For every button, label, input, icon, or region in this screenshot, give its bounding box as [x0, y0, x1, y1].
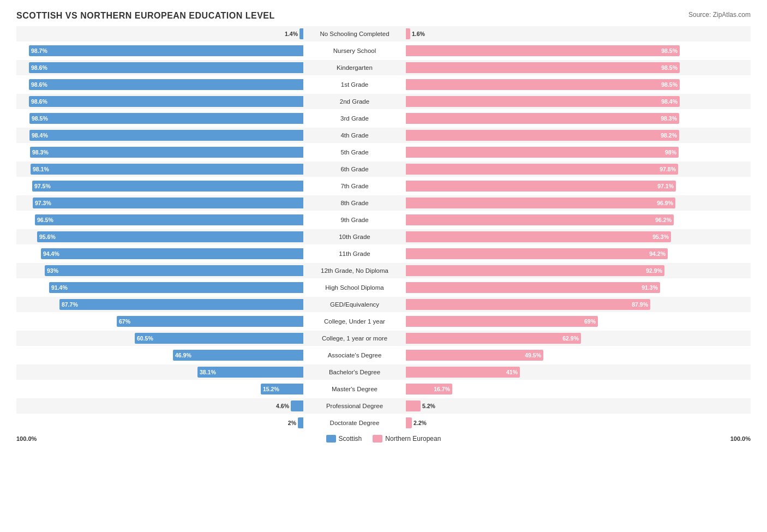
row-label: College, Under 1 year [305, 318, 404, 325]
chart-row: 96.5%9th Grade96.2% [16, 212, 751, 228]
pink-bar: 98.5% [406, 45, 680, 56]
chart-row: 95.6%10th Grade95.3% [16, 229, 751, 244]
right-bar-wrapper: 92.9% [404, 265, 693, 276]
right-inner-value: 91.3% [642, 284, 658, 291]
left-bar-wrapper: 98.1% [16, 164, 305, 175]
left-bar-wrapper: 46.9% [16, 350, 305, 361]
row-label: College, 1 year or more [305, 335, 404, 342]
blue-bar: 93% [45, 265, 303, 276]
legend: Scottish Northern European [326, 435, 441, 443]
blue-bar: 98.6% [29, 79, 303, 90]
left-inner-value: 67% [119, 318, 130, 325]
pink-bar: 87.9% [406, 299, 650, 310]
blue-bar: 87.7% [59, 299, 303, 310]
left-bar-wrapper: 96.5% [16, 214, 305, 225]
left-bar-wrapper: 60.5% [16, 333, 305, 344]
right-inner-value: 98.5% [661, 81, 678, 88]
chart-row: 46.9%Associate's Degree49.5% [16, 348, 751, 363]
chart-row: 2%Doctorate Degree2.2% [16, 415, 751, 431]
blue-bar: 98.7% [29, 45, 303, 56]
right-inner-value: 98.3% [661, 115, 677, 122]
pink-bar: 16.7% [406, 384, 452, 394]
blue-bar: 15.2% [261, 384, 303, 394]
northern-european-swatch [373, 435, 382, 443]
left-inner-value: 87.7% [62, 301, 78, 308]
blue-bar: 95.6% [37, 231, 303, 242]
left-bar-wrapper: 98.6% [16, 96, 305, 107]
left-inner-value: 95.6% [39, 234, 56, 240]
right-inner-value: 62.9% [562, 335, 579, 342]
right-inner-value: 92.9% [646, 267, 662, 274]
left-bar-wrapper: 98.6% [16, 62, 305, 73]
right-bar-wrapper: 96.9% [404, 198, 693, 208]
pink-bar [406, 417, 412, 428]
blue-bar [299, 28, 303, 39]
chart-row: 98.5%3rd Grade98.3% [16, 111, 751, 126]
right-inner-value: 97.1% [657, 183, 674, 189]
row-label: Doctorate Degree [305, 420, 404, 426]
pink-bar: 98.2% [406, 130, 679, 141]
left-bar-wrapper: 98.6% [16, 79, 305, 90]
pink-bar: 98.3% [406, 113, 679, 124]
right-bar-wrapper: 97.8% [404, 164, 693, 175]
pink-bar: 92.9% [406, 265, 664, 276]
row-label: Kindergarten [305, 64, 404, 71]
chart-row: 87.7%GED/Equivalency87.9% [16, 297, 751, 312]
pink-bar: 98.5% [406, 62, 680, 73]
blue-bar: 98.1% [31, 164, 303, 175]
right-bar-wrapper: 98.5% [404, 45, 693, 56]
left-bar-wrapper: 15.2% [16, 384, 305, 394]
right-outer-value: 1.6% [412, 31, 425, 37]
right-bar-wrapper: 69% [404, 316, 693, 327]
right-outer-value: 5.2% [422, 403, 435, 409]
row-label: 11th Grade [305, 250, 404, 257]
left-inner-value: 46.9% [175, 352, 191, 358]
pink-bar: 94.2% [406, 248, 668, 259]
pink-bar: 62.9% [406, 333, 581, 344]
row-label: High School Diploma [305, 284, 404, 291]
chart-row: 98.3%5th Grade98% [16, 145, 751, 160]
pink-bar: 96.2% [406, 214, 674, 225]
right-bar-wrapper: 96.2% [404, 214, 693, 225]
chart-row: 91.4%High School Diploma91.3% [16, 280, 751, 295]
left-inner-value: 60.5% [137, 335, 153, 342]
pink-bar: 49.5% [406, 350, 543, 361]
chart-row: 38.1%Bachelor's Degree41% [16, 364, 751, 380]
row-label: Associate's Degree [305, 352, 404, 358]
row-label: 2nd Grade [305, 98, 404, 105]
right-inner-value: 87.9% [632, 301, 648, 308]
pink-bar: 95.3% [406, 231, 671, 242]
left-bar-wrapper: 98.4% [16, 130, 305, 141]
left-bar-wrapper: 67% [16, 316, 305, 327]
pink-bar: 91.3% [406, 282, 660, 293]
right-bar-wrapper: 1.6% [404, 28, 693, 39]
pink-bar: 97.1% [406, 181, 676, 192]
chart-row: 98.6%2nd Grade98.4% [16, 94, 751, 109]
row-label: Nursery School [305, 47, 404, 54]
blue-bar: 97.5% [32, 181, 303, 192]
row-label: Master's Degree [305, 386, 404, 392]
right-inner-value: 96.9% [657, 200, 673, 206]
footer-left-value: 100.0% [16, 435, 37, 442]
chart-row: 94.4%11th Grade94.2% [16, 246, 751, 261]
right-bar-wrapper: 2.2% [404, 417, 693, 428]
right-bar-wrapper: 91.3% [404, 282, 693, 293]
blue-bar: 46.9% [173, 350, 303, 361]
blue-bar: 96.5% [35, 214, 303, 225]
footer-right-value: 100.0% [730, 435, 751, 442]
legend-northern-european: Northern European [373, 435, 441, 443]
left-inner-value: 91.4% [51, 284, 68, 291]
chart-row: 60.5%College, 1 year or more62.9% [16, 331, 751, 346]
right-inner-value: 96.2% [655, 217, 672, 223]
chart-row: 93%12th Grade, No Diploma92.9% [16, 263, 751, 278]
chart-row: 97.5%7th Grade97.1% [16, 178, 751, 194]
left-bar-wrapper: 97.5% [16, 181, 305, 192]
left-inner-value: 98.4% [32, 132, 48, 139]
left-outer-value: 2% [288, 420, 296, 426]
left-bar-wrapper: 98.5% [16, 113, 305, 124]
left-inner-value: 98.3% [32, 149, 49, 156]
pink-bar [406, 28, 410, 39]
right-bar-wrapper: 94.2% [404, 248, 693, 259]
left-outer-value: 1.4% [285, 31, 298, 37]
left-inner-value: 97.5% [34, 183, 51, 189]
